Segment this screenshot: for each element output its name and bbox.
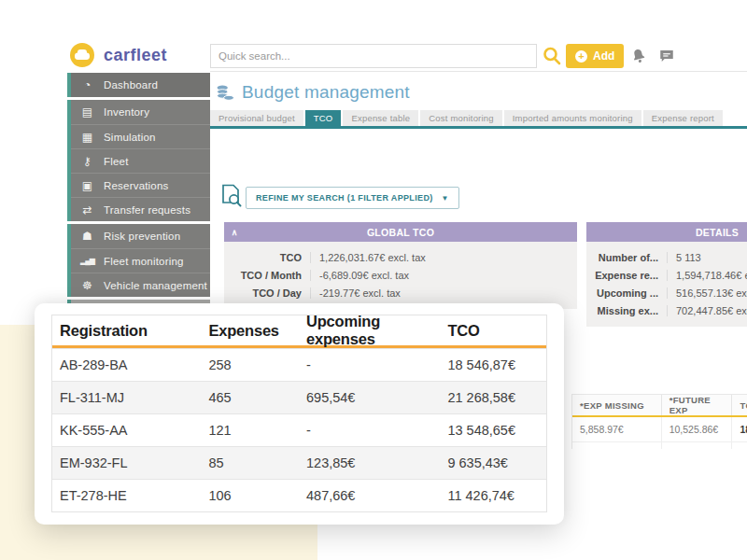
search-input[interactable] — [210, 44, 537, 68]
details-body: Number of... 5 113 Expense re... 1,594,7… — [586, 242, 747, 327]
refine-search-label: REFINE MY SEARCH (1 FILTER APPLIED) — [256, 193, 433, 203]
refine-search-button[interactable]: REFINE MY SEARCH (1 FILTER APPLIED) ▼ — [246, 187, 459, 209]
cell-upcoming-expenses: 487,66€ — [299, 480, 440, 511]
global-tco-title: GLOBAL TCO — [245, 227, 557, 238]
cell-upcoming-expenses: - — [299, 414, 440, 446]
calendar-icon: ▣ — [79, 180, 95, 191]
cell-tco: 9 635,43€ — [440, 447, 546, 479]
table-row[interactable]: KK-555-AA 121 - 13 548,65€ — [52, 413, 546, 446]
sidebar-item-risk-prevention[interactable]: ☗ Risk prevention — [71, 224, 210, 248]
cell-future-exp: 2,621.84€ — [661, 442, 732, 449]
cell-future-exp: 10,525.86€ — [661, 417, 732, 441]
cell-registration: AB-289-BA — [52, 349, 201, 381]
table-row[interactable]: AB-289-BA 258 - 18 546,87€ — [52, 348, 546, 381]
sidebar-item-reservations[interactable]: ▣ Reservations — [71, 173, 210, 197]
tab-bar-underline — [210, 126, 747, 129]
global-tco-body: TCO 1,226,031.67€ excl. tax TCO / Month … — [224, 242, 577, 309]
table-row[interactable]: ET-278-HE 106 487,66€ 11 426,74€ — [52, 479, 546, 511]
page-header: Budget management — [217, 82, 410, 103]
cell-tco: 21 268,58€ — [440, 382, 546, 413]
tab-bar: Provisional budget TCO Expense table Cos… — [210, 110, 723, 126]
cell-expenses: 121 — [201, 414, 299, 446]
dashboard-icon: ◔ — [79, 79, 95, 91]
details-header: DETAILS — [586, 222, 747, 242]
kv-value: -6,689.09€ excl. tax — [310, 270, 409, 281]
sidebar-item-simulation[interactable]: ▦ Simulation — [71, 124, 210, 148]
kv-label: TCO — [224, 252, 310, 263]
cell-tco: 1 — [731, 442, 747, 449]
tab-imported-amounts-monitoring[interactable]: Imported amounts monitoring — [504, 110, 641, 126]
kv-label: Number of... — [586, 252, 667, 263]
global-tco-header: ∧ GLOBAL TCO — [224, 222, 577, 242]
vehicle-expense-table: Registration Expenses Upcoming expenses … — [51, 315, 547, 512]
sidebar-item-label: Transfer requests — [104, 204, 190, 216]
refine-search-icon[interactable] — [221, 184, 242, 211]
mini-table-header: *EXP MISSING *FUTURE EXP TCO — [572, 395, 747, 417]
brand-logo[interactable]: carfleet — [70, 43, 167, 67]
column-header-upcoming-expenses: Upcoming expenses — [299, 315, 440, 345]
simulation-icon: ▦ — [79, 132, 95, 143]
cell-tco: 11 426,74€ — [440, 480, 546, 511]
cell-registration: KK-555-AA — [52, 414, 201, 446]
sidebar-group-fleet: ▤ Inventory ▦ Simulation ⚷ Fleet ▣ Reser… — [67, 100, 210, 221]
tab-provisional-budget[interactable]: Provisional budget — [210, 110, 303, 126]
kv-label: Expense re... — [586, 270, 667, 281]
kv-row-missing: Missing ex... 702,447.85€ excl. tax — [586, 301, 747, 319]
kv-label: Upcoming ... — [586, 287, 667, 299]
cell-tco: 13 548,65€ — [440, 414, 546, 446]
sidebar-item-vehicle-management[interactable]: ☸ Vehicle management — [71, 273, 210, 297]
bell-icon — [628, 46, 649, 66]
column-header-expenses: Expenses — [201, 315, 299, 345]
cell-expenses: 85 — [201, 447, 299, 479]
messages-button[interactable] — [655, 45, 678, 67]
sidebar-item-label: Fleet — [104, 156, 129, 167]
cell-expenses: 106 — [201, 480, 299, 511]
sidebar-item-label: Vehicle management — [104, 280, 207, 291]
column-header-tco: TCO — [440, 315, 546, 345]
cell-expenses: 465 — [201, 382, 299, 413]
details-panel: DETAILS Number of... 5 113 Expense re...… — [586, 222, 747, 327]
kv-value: 1,594,718.46€ excl. tax — [667, 270, 747, 281]
tab-expense-report[interactable]: Expense report — [643, 110, 723, 126]
sidebar-item-fleet-monitoring[interactable]: ▂▄▆ Fleet monitoring — [71, 248, 210, 273]
cell-tco: 18 546,87€ — [440, 349, 546, 381]
table-row[interactable]: EM-932-FL 85 123,85€ 9 635,43€ — [52, 446, 546, 479]
table-row: 5,858.97€ 10,525.86€ 18 — [572, 417, 747, 442]
page-title: Budget management — [242, 82, 410, 103]
tab-tco[interactable]: TCO — [305, 110, 342, 126]
plus-icon: + — [575, 50, 587, 63]
cell-exp-missing: 6,208.02€ — [572, 442, 661, 449]
collapse-icon[interactable]: ∧ — [224, 228, 245, 237]
kv-row-number: Number of... 5 113 — [586, 248, 747, 266]
kv-row-upcoming: Upcoming ... 516,557.13€ excl. tax — [586, 284, 747, 301]
tab-expense-table[interactable]: Expense table — [343, 110, 418, 126]
link-icon: ⇄ — [79, 204, 95, 216]
sidebar-item-label: Dashboard — [104, 79, 158, 91]
search-icon[interactable] — [542, 46, 562, 66]
sidebar-item-inventory[interactable]: ▤ Inventory — [71, 100, 210, 124]
topbar-divider — [210, 71, 747, 72]
cell-exp-missing: 5,858.97€ — [572, 417, 661, 441]
sidebar-item-label: Simulation — [104, 132, 156, 143]
sidebar-item-label: Reservations — [104, 180, 169, 191]
sidebar-item-fleet[interactable]: ⚷ Fleet — [71, 148, 210, 173]
column-header-tco: TCO — [731, 395, 747, 415]
inventory-icon: ▤ — [79, 106, 95, 118]
brand-name: carfleet — [104, 46, 167, 65]
kv-value: 5 113 — [667, 252, 701, 263]
sidebar-item-dashboard[interactable]: ◔ Dashboard — [71, 73, 210, 97]
column-header-exp-missing: *EXP MISSING — [572, 395, 661, 415]
add-button[interactable]: + Add — [566, 44, 624, 68]
sidebar-item-transfer-requests[interactable]: ⇄ Transfer requests — [71, 197, 210, 221]
notifications-button[interactable] — [627, 45, 650, 67]
sidebar-group-main: ◔ Dashboard — [67, 73, 210, 97]
sidebar-group-management: ☗ Risk prevention ▂▄▆ Fleet monitoring ☸… — [67, 224, 210, 297]
table-row[interactable]: FL-311-MJ 465 695,54€ 21 268,58€ — [52, 381, 546, 413]
cell-expenses: 258 — [201, 349, 299, 381]
kv-row-tco-day: TCO / Day -219.77€ excl. tax — [224, 284, 577, 301]
coins-icon — [217, 85, 234, 101]
tab-cost-monitoring[interactable]: Cost monitoring — [420, 110, 502, 126]
column-header-future-exp: *FUTURE EXP — [661, 395, 732, 415]
sidebar: ◔ Dashboard ▤ Inventory ▦ Simulation ⚷ F… — [67, 73, 210, 313]
cell-registration: EM-932-FL — [52, 447, 201, 479]
